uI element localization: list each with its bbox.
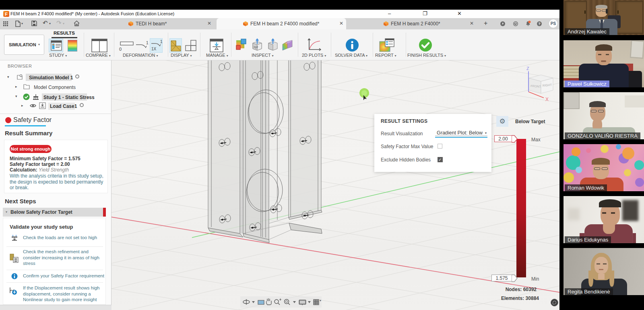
svg-text:0: 0 — [119, 47, 122, 51]
svg-text:Z: Z — [526, 66, 529, 71]
svg-text:1: 1 — [146, 41, 149, 45]
svg-text:RIGHT: RIGHT — [543, 83, 552, 87]
svg-text:?: ? — [538, 22, 541, 26]
svg-text:1: 1 — [160, 39, 163, 44]
svg-text:FRONT: FRONT — [530, 84, 541, 89]
svg-text:X: X — [545, 97, 549, 102]
svg-text:1X: 1X — [151, 47, 157, 51]
svg-text:xyz: xyz — [254, 45, 258, 49]
